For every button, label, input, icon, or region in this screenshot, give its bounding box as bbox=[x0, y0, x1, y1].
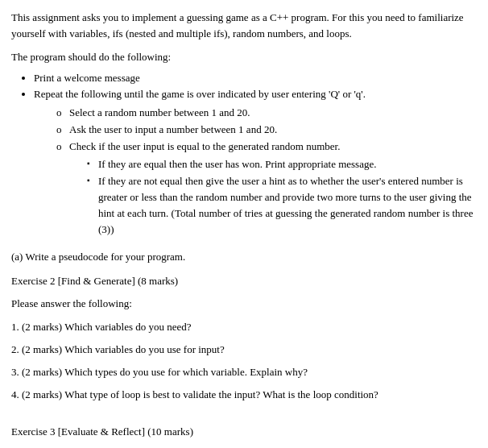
inneritem-2: If they are not equal then give the user… bbox=[85, 173, 477, 239]
subitem-3: Check if the user input is equal to the … bbox=[53, 139, 477, 239]
exercise3-block: Exercise 3 [Evaluate & Reflect] (10 mark… bbox=[11, 424, 477, 448]
subitem-1: Select a random number between 1 and 20. bbox=[53, 105, 477, 122]
inner-list: If they are equal then the user has won.… bbox=[85, 156, 477, 238]
exercise2-q3: 3. (2 marks) Which types do you use for … bbox=[11, 364, 477, 380]
exercise2-block: Exercise 2 [Find & Generate] (8 marks) P… bbox=[11, 273, 477, 403]
main-list: Print a welcome message Repeat the follo… bbox=[34, 70, 477, 239]
exercise2-q4: 4. (2 marks) What type of loop is best t… bbox=[11, 387, 477, 403]
pseudocode-question: (a) Write a pseudocode for your program. bbox=[11, 249, 477, 265]
exercise2-intro: Please answer the following: bbox=[11, 296, 477, 312]
subitem-2: Ask the user to input a number between 1… bbox=[53, 122, 477, 139]
intro-paragraph: This assignment asks you to implement a … bbox=[11, 10, 477, 41]
exercise3-title: Exercise 3 [Evaluate & Reflect] (10 mark… bbox=[11, 424, 477, 440]
list-item-welcome: Print a welcome message bbox=[34, 70, 477, 87]
exercise2-q2: 2. (2 marks) Which variables do you use … bbox=[11, 342, 477, 358]
exercise2-title: Exercise 2 [Find & Generate] (8 marks) bbox=[11, 273, 477, 289]
inneritem-1: If they are equal then the user has won.… bbox=[85, 156, 477, 172]
exercise2-q1: 1. (2 marks) Which variables do you need… bbox=[11, 319, 477, 335]
list-item-repeat: Repeat the following until the game is o… bbox=[34, 86, 477, 238]
sub-list: Select a random number between 1 and 20.… bbox=[53, 105, 477, 238]
program-should-header: The program should do the following: bbox=[11, 49, 477, 65]
